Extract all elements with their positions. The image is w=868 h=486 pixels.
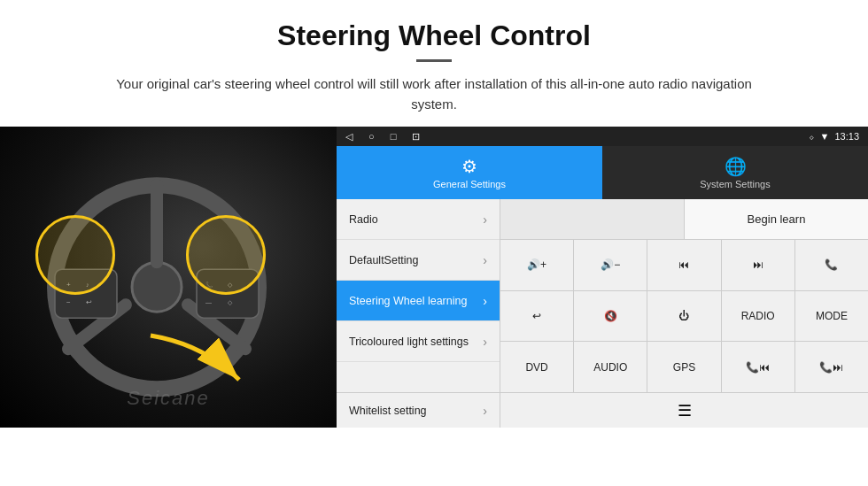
- phone-prev-btn[interactable]: 📞⏮: [722, 342, 794, 392]
- tab-bar: ⚙ General Settings 🌐 System Settings: [337, 146, 868, 199]
- menu-item-tricoloured[interactable]: Tricoloured light settings ›: [337, 321, 500, 362]
- ctrl-empty: [500, 199, 684, 239]
- chevron-icon: ›: [483, 335, 487, 349]
- arrow: [142, 327, 248, 401]
- vol-down-icon: 🔊−: [601, 258, 620, 271]
- settings-icon: ⚙: [461, 156, 477, 177]
- home-icon[interactable]: ○: [368, 131, 375, 142]
- prev-track-btn[interactable]: ⏮: [647, 240, 720, 290]
- callout-left: [35, 215, 115, 295]
- signal-icon: ▼: [820, 131, 830, 142]
- ctrl-grid: 🔊+ 🔊− ⏮ ⏭ 📞: [500, 240, 868, 392]
- chevron-icon: ›: [483, 212, 487, 227]
- menu-item-steering-wheel[interactable]: Steering Wheel learning ›: [337, 281, 500, 321]
- nav-icons: ◁ ○ □ ⊡: [345, 131, 420, 143]
- menu-item-radio[interactable]: Radio ›: [337, 199, 500, 240]
- screenshot-icon[interactable]: ⊡: [412, 131, 420, 143]
- dvd-label: DVD: [525, 361, 547, 374]
- radio-btn[interactable]: RADIO: [722, 291, 794, 342]
- radio-label: RADIO: [741, 310, 775, 322]
- phone-icon: 📞: [825, 258, 838, 271]
- phone-next-btn[interactable]: 📞⏭: [795, 342, 868, 392]
- vol-up-icon: 🔊+: [527, 258, 546, 271]
- menu-item-default-setting[interactable]: DefaultSetting ›: [337, 240, 500, 281]
- time-display: 13:13: [834, 131, 859, 142]
- back-call-btn[interactable]: ↩: [500, 291, 573, 342]
- back-call-icon: ↩: [532, 310, 541, 322]
- mode-btn[interactable]: MODE: [795, 291, 868, 342]
- back-icon[interactable]: ◁: [345, 131, 353, 143]
- phone-btn[interactable]: 📞: [795, 240, 868, 290]
- chevron-icon: ›: [483, 404, 487, 418]
- vol-down-btn[interactable]: 🔊−: [574, 240, 647, 290]
- phone-prev-icon: 📞⏮: [746, 361, 770, 374]
- audio-btn[interactable]: AUDIO: [574, 342, 647, 392]
- location-icon: ⬦: [809, 131, 815, 142]
- ui-main: Radio › DefaultSetting › Steering Wheel …: [337, 199, 868, 392]
- dvd-btn[interactable]: DVD: [500, 342, 573, 392]
- page-title: Steering Wheel Control: [35, 19, 833, 52]
- header-section: Steering Wheel Control Your original car…: [0, 0, 868, 127]
- whitelist-menu-item[interactable]: Whitelist setting ›: [337, 393, 500, 428]
- chevron-icon: ›: [483, 294, 487, 308]
- steering-wheel-image: + ♪ − ↩ 📞 ◇ — ◇: [0, 127, 337, 428]
- page-wrapper: Steering Wheel Control Your original car…: [0, 0, 868, 428]
- svg-text:−: −: [66, 298, 71, 306]
- power-btn[interactable]: ⏻: [647, 291, 720, 342]
- status-bar: ◁ ○ □ ⊡ ⬦ ▼ 13:13: [337, 127, 868, 146]
- svg-point-1: [132, 262, 182, 312]
- mute-btn[interactable]: 🔇: [574, 291, 647, 342]
- tab-system-settings[interactable]: 🌐 System Settings: [602, 146, 868, 199]
- tab-system-label: System Settings: [700, 179, 770, 189]
- recents-icon[interactable]: □: [391, 131, 397, 142]
- gps-label: GPS: [673, 361, 695, 374]
- android-panel: ◁ ○ □ ⊡ ⬦ ▼ 13:13 ⚙ General Settings: [337, 127, 868, 428]
- whitelist-row: Whitelist setting › ☰: [337, 392, 868, 428]
- prev-icon: ⏮: [678, 258, 689, 271]
- audio-label: AUDIO: [593, 361, 627, 374]
- title-divider: [416, 59, 452, 62]
- status-right: ⬦ ▼ 13:13: [809, 131, 859, 142]
- mute-icon: 🔇: [604, 310, 617, 322]
- whitelist-icon-area: ☰: [500, 401, 868, 420]
- tab-general-label: General Settings: [433, 179, 506, 189]
- ctrl-top-row: Begin learn: [500, 199, 868, 240]
- list-icon: ☰: [678, 401, 692, 420]
- next-track-btn[interactable]: ⏭: [722, 240, 794, 290]
- tab-general-settings[interactable]: ⚙ General Settings: [337, 146, 602, 199]
- content-area: + ♪ − ↩ 📞 ◇ — ◇: [0, 127, 868, 428]
- vol-up-btn[interactable]: 🔊+: [500, 240, 573, 290]
- phone-next-icon: 📞⏭: [819, 361, 843, 374]
- callout-right: [186, 215, 266, 295]
- next-icon: ⏭: [753, 258, 763, 271]
- gps-btn[interactable]: GPS: [647, 342, 720, 392]
- chevron-icon: ›: [483, 253, 487, 267]
- mode-label: MODE: [816, 310, 848, 322]
- begin-learn-button[interactable]: Begin learn: [684, 199, 868, 239]
- svg-text:—: —: [205, 299, 212, 305]
- subtitle: Your original car's steering wheel contr…: [115, 74, 753, 114]
- power-icon: ⏻: [678, 310, 689, 322]
- right-controls: Begin learn 🔊+ 🔊− ⏮: [500, 199, 868, 392]
- system-icon: 🌐: [725, 156, 747, 177]
- left-menu: Radio › DefaultSetting › Steering Wheel …: [337, 199, 500, 392]
- svg-text:↩: ↩: [86, 298, 92, 306]
